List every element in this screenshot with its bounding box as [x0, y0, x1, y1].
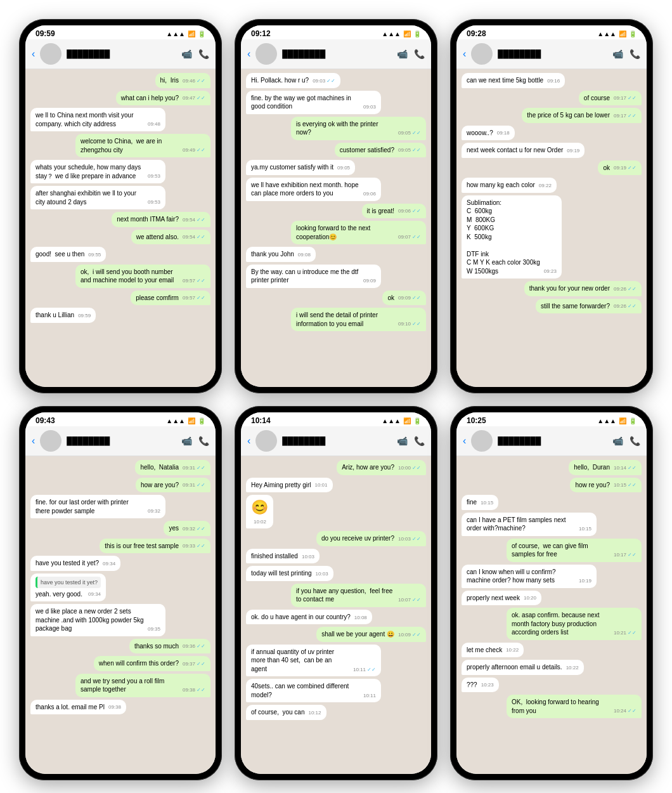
video-call-icon[interactable]: 📹 [612, 436, 623, 446]
message-timestamp: 09:08 [298, 252, 311, 259]
call-icon[interactable]: 📞 [198, 436, 209, 446]
sent-message: is everying ok with the printer now?09:0… [291, 117, 426, 140]
message-timestamp: 09:05 [398, 130, 411, 137]
message-row: good! see u then09:55 [30, 247, 210, 262]
message-text: good! see u then [36, 250, 84, 259]
received-message: Hi. Pollack. how r u?09:03✓✓ [246, 73, 340, 88]
message-timestamp: 09:33 [183, 543, 195, 550]
message-timestamp: 10:00 [398, 465, 411, 472]
message-text: and we try send you a roll film sample t… [81, 677, 179, 694]
read-tick: ✓✓ [628, 552, 636, 559]
message-row: is everying ok with the printer now?09:0… [246, 117, 426, 140]
message-text: wooow..? [467, 129, 493, 138]
chat-header: ‹ ████████ 📹 📞 [241, 39, 431, 69]
back-button[interactable]: ‹ [247, 48, 250, 60]
phone-5: 10:14 ▲▲▲ 📶 🔋 ‹ ████████ 📹 📞 Ariz, how a… [235, 406, 437, 780]
avatar [471, 430, 493, 452]
video-call-icon[interactable]: 📹 [181, 436, 192, 446]
message-row: and we try send you a roll film sample t… [30, 674, 210, 697]
call-icon[interactable]: 📞 [414, 436, 425, 446]
message-row: we d like place a new order 2 sets machi… [30, 604, 210, 636]
message-row: can I have a PET film samples next order… [462, 513, 642, 536]
message-row: thanks a lot. email me Pl09:38 [30, 700, 210, 715]
message-row: it is great!09:06✓✓ [246, 204, 426, 219]
message-text: fine. for our last order with printer th… [36, 498, 144, 515]
message-timestamp: 09:31 [183, 482, 195, 489]
message-timestamp: 09:57 [183, 278, 195, 285]
received-message: fine10:15 [462, 495, 498, 510]
read-tick: ✓✓ [412, 536, 421, 543]
message-timestamp: 09:17 [614, 113, 626, 120]
back-button[interactable]: ‹ [32, 435, 35, 447]
read-tick: ✓✓ [628, 113, 636, 120]
message-row: properly afternoon email u details.10:22 [462, 660, 642, 675]
message-timestamp: 09:35 [148, 626, 160, 633]
read-tick: ✓✓ [412, 147, 421, 154]
message-text: when will confirm this order? [99, 659, 179, 668]
message-text: thank u Lillian [36, 311, 74, 320]
message-timestamp: 09:09 [398, 295, 411, 302]
read-tick: ✓✓ [628, 95, 636, 102]
back-button[interactable]: ‹ [247, 435, 250, 447]
back-button[interactable]: ‹ [32, 48, 35, 60]
read-tick: ✓✓ [412, 632, 421, 639]
avatar [40, 43, 61, 65]
sent-message: ok, i will send you booth number and mac… [75, 265, 210, 288]
video-call-icon[interactable]: 📹 [612, 49, 623, 59]
message-timestamp: 09:48 [148, 121, 160, 128]
read-tick: ✓✓ [197, 217, 205, 224]
read-tick: ✓✓ [412, 130, 421, 137]
signal-icon: ▲▲▲ [382, 417, 401, 424]
read-tick: ✓✓ [628, 286, 636, 293]
message-row: this is our free test sample09:33✓✓ [30, 539, 210, 554]
status-icons: ▲▲▲ 📶 🔋 [597, 417, 636, 424]
message-text: if annual quantity of uv printer more th… [251, 648, 349, 674]
received-message: next week contact u for new Order09:19 [462, 143, 585, 158]
avatar [471, 43, 493, 65]
message-text: hello, Natalia [140, 463, 179, 472]
message-timestamp: 10:17 [614, 552, 626, 559]
message-row: properly next week10:20 [462, 591, 642, 606]
message-timestamp: 10:22 [506, 647, 519, 654]
read-tick: ✓✓ [326, 78, 335, 85]
message-row: what can i help you?09:47✓✓ [30, 91, 210, 106]
sent-message: if you have any question, feel free to c… [291, 584, 426, 607]
message-text: what can i help you? [121, 94, 179, 103]
sent-message: i will send the detail of printer inform… [291, 308, 426, 331]
video-call-icon[interactable]: 📹 [181, 49, 192, 59]
message-row: ok. asap confirm. because next month fac… [462, 608, 642, 640]
message-timestamp: 10:01 [314, 482, 327, 489]
back-button[interactable]: ‹ [463, 435, 466, 447]
sent-message: OK, looking forward to hearing from you1… [507, 695, 642, 718]
message-timestamp: 09:53 [148, 199, 160, 206]
call-icon[interactable]: 📞 [630, 49, 640, 59]
message-timestamp: 09:22 [539, 183, 552, 190]
contact-name: ████████ [498, 436, 607, 445]
read-tick: ✓✓ [197, 234, 205, 241]
message-text: Hi. Pollack. how r u? [251, 76, 309, 85]
call-icon[interactable]: 📞 [414, 49, 425, 59]
call-icon[interactable]: 📞 [630, 436, 640, 446]
message-text: how many kg each color [467, 181, 535, 190]
message-text: we ll to China next month visit your com… [36, 111, 144, 128]
message-text: yeah. very good. [36, 590, 84, 599]
received-message: ya.my customer satisfy with it09:05 [246, 160, 355, 175]
video-call-icon[interactable]: 📹 [397, 49, 408, 59]
message-text: properly afternoon email u details. [467, 663, 562, 672]
sent-message: when will confirm this order?09:37✓✓ [94, 656, 210, 671]
received-message: Hey Aiming pretty girl10:01 [246, 478, 333, 493]
message-text: of course, you can [251, 708, 305, 717]
message-text: of course, we can give film samples for … [512, 542, 610, 559]
received-message: we ll have exhibition next month. hope c… [246, 178, 381, 201]
received-message: we ll to China next month visit your com… [30, 108, 165, 131]
message-timestamp: 09:16 [547, 78, 560, 85]
received-message: fine. for our last order with printer th… [30, 495, 165, 518]
back-button[interactable]: ‹ [463, 48, 466, 60]
read-tick: ✓✓ [412, 234, 421, 241]
header-action-icons: 📹 📞 [397, 49, 425, 59]
signal-icon: ▲▲▲ [166, 417, 185, 424]
call-icon[interactable]: 📞 [198, 49, 209, 59]
message-text: ok. asap confirm. because next month fac… [512, 611, 610, 637]
video-call-icon[interactable]: 📹 [397, 436, 408, 446]
message-text: ok, i will send you booth number and mac… [81, 268, 179, 285]
